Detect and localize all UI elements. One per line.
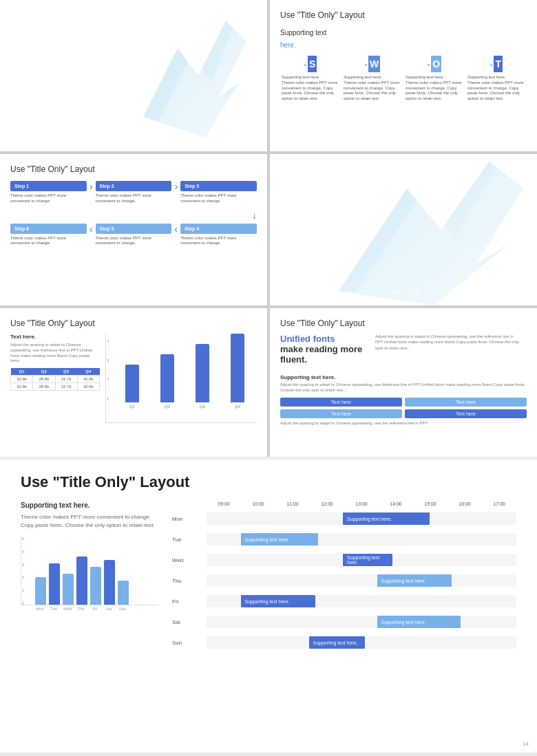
- th-q2: Q2: [33, 368, 55, 376]
- page-number: 14: [523, 741, 529, 747]
- step3-label: Step 3: [180, 181, 257, 191]
- swot-o-col: - O Supporting text here.Theme color mak…: [404, 56, 465, 102]
- chart-area: Text here. Adjust the spacing to adapt t…: [10, 334, 257, 423]
- swot-s-text: Supporting text here.Theme color makes P…: [280, 75, 341, 102]
- gantt-bar-sat: Supporting text here.: [377, 616, 461, 628]
- y-mini-4: 4: [22, 550, 24, 554]
- time-1100: 11:00: [275, 501, 310, 506]
- mini-bar-sun: [118, 581, 129, 605]
- swot-o-text: Supporting text here.Theme color makes P…: [404, 75, 465, 102]
- bar-q4-label: Q4: [235, 404, 240, 409]
- bar-chart-container: 4 3 2 1 Q1 Q2: [105, 334, 257, 423]
- bottom-supporting-header: Supporting text here.: [21, 501, 158, 509]
- data-table: Q1 Q2 Q3 Q4 32.8k 28.8k 22.7k 42.8k 32.8…: [10, 368, 100, 391]
- slide6-title: Use "Title Only" Layout: [280, 318, 527, 328]
- bottom-left: Supporting text here. Theme color makes …: [21, 501, 158, 655]
- bottom-content: Supporting text here. Theme color makes …: [21, 501, 516, 655]
- steps-bottom-row: Step 6 Theme color makes PPT more conven…: [10, 224, 257, 247]
- step6-label: Step 6: [10, 224, 87, 234]
- slide2-here: here.: [280, 41, 296, 49]
- gantt-row-mon: Mon Supporting text here.: [172, 510, 516, 527]
- swot-w: W: [368, 56, 380, 72]
- step1-label: Step 1: [10, 181, 87, 191]
- font-demo: Supporting text here. Adjust the spacing…: [280, 374, 527, 425]
- slide-bottom: Use "Title Only" Layout Supporting text …: [0, 457, 537, 753]
- th-q1: Q1: [11, 368, 33, 376]
- time-1700: 17:00: [482, 501, 516, 506]
- slide-3: Use "Title Only" Layout Step 1 Theme col…: [0, 154, 267, 305]
- step-2: Step 2 Theme color makes PPT more conven…: [96, 181, 172, 204]
- td-q3-r2: 22.7k: [55, 383, 77, 391]
- slide-1: 03 趋势分析 When you copy & paste, choose "k…: [0, 0, 267, 151]
- gantt-rows: Mon Supporting text here. Tue Supporting…: [172, 510, 516, 651]
- gantt-bar-mon: Supporting text here.: [343, 512, 430, 525]
- gantt-row-sun: Sun Supporting text here.: [172, 634, 516, 651]
- slide3-title: Use "Title Only" Layout: [10, 164, 257, 174]
- mini-bar-thu: [76, 557, 87, 605]
- font-desc: Adjust the spacing to adapt to Chinese t…: [280, 382, 527, 393]
- gantt-row-tue: Tue Supporting text here.: [172, 531, 516, 548]
- slide1-arrow: [123, 7, 267, 144]
- swot-s-col: - S Supporting text here.Theme color mak…: [280, 56, 341, 102]
- gantt-day-sun: Sun: [172, 640, 207, 646]
- mini-label-sat: Sat: [103, 607, 114, 611]
- time-1300: 13:00: [344, 501, 379, 506]
- gantt-track-mon: Supporting text here.: [207, 512, 516, 525]
- mini-bar-labels: Mon Tue Wed Thu Fri Sat Sun: [21, 607, 158, 611]
- step1-text: Theme color makes PPT more convenient to…: [10, 193, 87, 204]
- td-q2-r2: 28.8k: [33, 383, 55, 391]
- td-q4-r1: 42.8k: [77, 376, 99, 383]
- slide6-bottom-label: Adjust the spacing to adapt to Chinese t…: [280, 421, 527, 425]
- slide-6: Use "Title Only" Layout Unified fonts ma…: [270, 308, 537, 460]
- gantt-bar-thu: Supporting text here.: [377, 574, 452, 587]
- gantt-track-fri: Supporting text here.: [207, 595, 516, 607]
- chart-desc: Adjust the spacing to adapt to Chinese t…: [10, 343, 100, 364]
- bottom-right: 09:00 10:00 11:00 12:00 13:00 14:00 15:0…: [172, 501, 516, 655]
- slide-2: Use "Title Only" Layout Supporting text …: [270, 0, 537, 151]
- text-bar-3: Text here: [280, 409, 402, 418]
- slide4-subtitle: When you copy & paste, choose "keep text…: [284, 289, 420, 295]
- gantt-header: 09:00 10:00 11:00 12:00 13:00 14:00 15:0…: [172, 501, 516, 506]
- text-here: Text here.: [10, 334, 100, 340]
- gantt-track-wed: Supporting text here.: [207, 554, 516, 566]
- swot-s: S: [308, 56, 317, 72]
- gantt-row-wed: Wed Supporting text here.: [172, 552, 516, 568]
- slide2-title: Use "Title Only" Layout: [280, 10, 527, 20]
- step6-text: Theme color makes PPT more convenient to…: [10, 236, 87, 247]
- slide6-inner: Unified fonts make reading more fluent. …: [280, 334, 527, 369]
- step2-text: Theme color makes PPT more convenient to…: [96, 193, 172, 204]
- th-q3: Q3: [55, 368, 77, 376]
- slide-bottom-title: Use "Title Only" Layout: [21, 473, 516, 491]
- y-mini-2: 2: [22, 575, 24, 579]
- step-1: Step 1 Theme color makes PPT more conven…: [10, 181, 87, 204]
- mini-label-thu: Thu: [76, 607, 87, 611]
- text-bar-4: Text here: [405, 409, 527, 418]
- text-bar-2: Text here: [405, 398, 527, 407]
- mini-label-tue: Tue: [48, 607, 59, 611]
- gantt-bar-wed: Supporting text here.: [343, 554, 392, 566]
- step-4: Step 4 Theme color makes PPT more conven…: [180, 224, 257, 247]
- slide6-right-desc: Adjust the spacing to adapt to Chinese t…: [375, 334, 527, 351]
- gantt-track-thu: Supporting text here.: [207, 574, 516, 587]
- gantt-day-tue: Tue: [172, 537, 207, 543]
- swot-o: O: [431, 56, 441, 72]
- step-arrow-3: ‹: [90, 224, 93, 235]
- step-6: Step 6 Theme color makes PPT more conven…: [10, 224, 87, 247]
- bar-q1-rect: [125, 365, 139, 402]
- slide5-title: Use "Title Only" Layout: [10, 318, 257, 328]
- gantt-row-fri: Fri Supporting text here.: [172, 593, 516, 609]
- y-mini-3: 3: [22, 563, 24, 567]
- step3-text: Theme color makes PPT more convenient to…: [180, 193, 257, 204]
- mini-bars: [21, 537, 158, 605]
- bottom-supporting-body: Theme color makes PPT more convenient to…: [21, 513, 158, 530]
- mini-label-fri: Fri: [90, 607, 101, 611]
- bar-q3-label: Q3: [200, 404, 205, 409]
- gantt-track-sun: Supporting text here.: [207, 636, 516, 649]
- slide2-supporting: Supporting text: [280, 29, 326, 36]
- td-q1-r2: 32.8k: [11, 383, 33, 391]
- text-bars: Text here Text here Text here Text here: [280, 398, 527, 418]
- step-3: Step 3 Theme color makes PPT more conven…: [180, 181, 257, 204]
- gantt-day-thu: Thu: [172, 578, 207, 584]
- y-mini-1: 1: [22, 588, 24, 592]
- gantt-track-sat: Supporting text here.: [207, 616, 516, 628]
